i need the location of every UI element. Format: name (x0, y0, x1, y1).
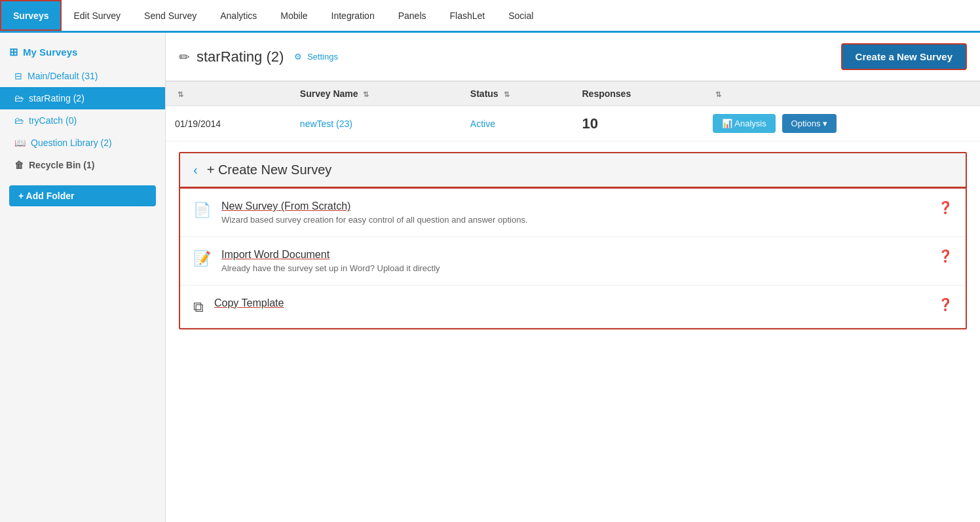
edit-pencil-icon: ✏ (179, 49, 190, 65)
new-survey-desc: Wizard based survey creation for easy co… (221, 215, 932, 225)
new-survey-icon: 📄 (193, 202, 211, 219)
back-button[interactable]: ‹ (193, 162, 198, 177)
create-new-survey-panel: ‹ + Create New Survey 📄 New Survey (From… (179, 152, 967, 329)
copy-template-title[interactable]: Copy Template (214, 297, 932, 309)
create-option-copy-template[interactable]: ⧉ Copy Template ❓ (180, 286, 966, 328)
main-content: ✏ starRating (2) ⚙ Settings Create a New… (166, 33, 980, 522)
create-option-body-word: Import Word Document Already have the su… (221, 249, 932, 273)
row-survey-name[interactable]: newTest (23) (291, 106, 461, 141)
nav-send-survey[interactable]: Send Survey (132, 0, 208, 31)
col-survey-name[interactable]: Survey Name ⇅ (291, 82, 461, 106)
nav-surveys[interactable]: Surveys (0, 0, 62, 31)
nav-flashlet[interactable]: FlashLet (438, 0, 497, 31)
nav-panels[interactable]: Panels (386, 0, 438, 31)
copy-template-icon: ⧉ (193, 299, 204, 316)
trash-icon: 🗑 (14, 160, 24, 170)
create-option-body-template: Copy Template (214, 297, 932, 312)
sidebar-question-library[interactable]: 📖 Question Library (2) (0, 132, 165, 154)
nav-social[interactable]: Social (497, 0, 545, 31)
create-panel-title: + Create New Survey (207, 162, 332, 177)
table-row: 01/19/2014 newTest (23) Active 10 📊 Anal… (166, 106, 980, 141)
sidebar-my-surveys[interactable]: ⊞ My Surveys (0, 39, 165, 65)
folder-icon-try: 🗁 (14, 115, 24, 126)
sidebar-star-rating[interactable]: 🗁 starRating (2) (0, 87, 165, 109)
survey-table: ⇅ Survey Name ⇅ Status ⇅ Responses ⇅ 01/… (166, 81, 980, 141)
create-option-from-scratch[interactable]: 📄 New Survey (From Scratch) Wizard based… (180, 189, 966, 237)
chart-icon: 📊 (722, 119, 732, 128)
help-icon-word[interactable]: ❓ (938, 249, 952, 263)
nav-edit-survey[interactable]: Edit Survey (62, 0, 132, 31)
grid-icon: ⊞ (9, 46, 18, 58)
import-word-desc: Already have the survey set up in Word? … (221, 263, 932, 273)
create-survey-button[interactable]: Create a New Survey (841, 43, 967, 70)
col-actions: ⇅ (704, 82, 980, 106)
new-survey-title[interactable]: New Survey (From Scratch) (221, 200, 932, 212)
create-option-body-scratch: New Survey (From Scratch) Wizard based s… (221, 200, 932, 225)
layout: ⊞ My Surveys ⊟ Main/Default (31) 🗁 starR… (0, 33, 980, 522)
gear-icon: ⚙ (294, 52, 302, 62)
content-title: ✏ starRating (2) ⚙ Settings (179, 48, 338, 65)
sidebar: ⊞ My Surveys ⊟ Main/Default (31) 🗁 starR… (0, 33, 166, 522)
options-button[interactable]: Options ▾ (782, 114, 837, 133)
row-status: Active (461, 106, 573, 141)
folder-icon-star: 🗁 (14, 93, 24, 103)
help-icon-template[interactable]: ❓ (938, 297, 952, 312)
content-header: ✏ starRating (2) ⚙ Settings Create a New… (166, 33, 980, 81)
top-nav: Surveys Edit Survey Send Survey Analytic… (0, 0, 980, 33)
col-date: ⇅ (166, 82, 291, 106)
row-date: 01/19/2014 (166, 106, 291, 141)
nav-analytics[interactable]: Analytics (208, 0, 269, 31)
row-responses: 10 (573, 106, 704, 141)
sidebar-recycle-bin[interactable]: 🗑 Recycle Bin (1) (0, 154, 165, 176)
create-option-import-word[interactable]: 📝 Import Word Document Already have the … (180, 237, 966, 286)
settings-link[interactable]: ⚙ Settings (294, 52, 338, 62)
import-word-icon: 📝 (193, 250, 211, 267)
book-icon: 📖 (14, 138, 26, 148)
analysis-button[interactable]: 📊 Analysis (713, 114, 775, 133)
add-folder-button[interactable]: + Add Folder (9, 185, 156, 206)
col-status[interactable]: Status ⇅ (461, 82, 573, 106)
sidebar-main-default[interactable]: ⊟ Main/Default (31) (0, 65, 165, 87)
nav-integration[interactable]: Integration (320, 0, 386, 31)
nav-mobile[interactable]: Mobile (269, 0, 319, 31)
row-actions: 📊 Analysis Options ▾ (704, 106, 980, 141)
import-word-title[interactable]: Import Word Document (221, 249, 932, 261)
folder-icon-main: ⊟ (14, 71, 22, 81)
sidebar-try-catch[interactable]: 🗁 tryCatch (0) (0, 109, 165, 132)
create-panel-header: ‹ + Create New Survey (180, 153, 966, 189)
col-responses: Responses (573, 82, 704, 106)
help-icon-scratch[interactable]: ❓ (938, 200, 952, 215)
